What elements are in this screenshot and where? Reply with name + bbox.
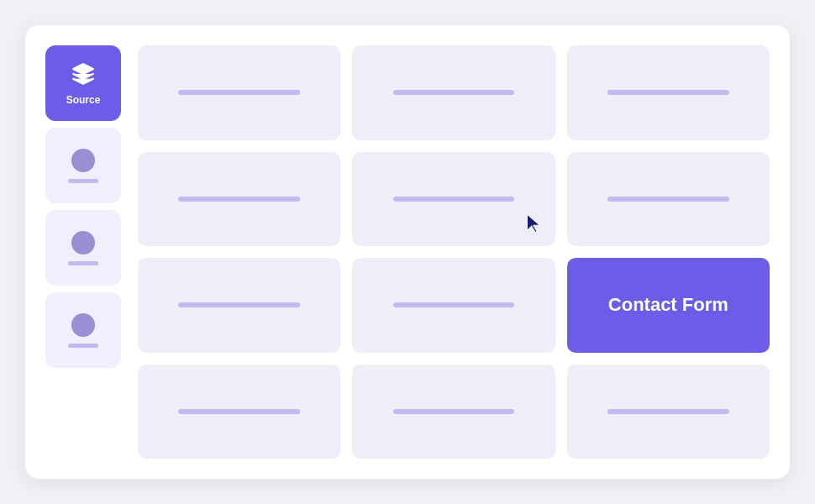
- card-bar: [178, 302, 300, 307]
- contact-form-card[interactable]: Contact Form: [567, 258, 770, 353]
- contact-form-label: Contact Form: [608, 294, 728, 316]
- avatar-bar-2: [68, 261, 98, 265]
- card-bar: [607, 409, 729, 414]
- card-bar: [607, 197, 729, 202]
- sidebar-item-user1[interactable]: [45, 128, 121, 203]
- card-bar: [393, 302, 515, 307]
- grid-card-4-1[interactable]: [138, 365, 340, 459]
- avatar-circle-2: [71, 231, 95, 255]
- avatar-bar-1: [68, 179, 98, 183]
- grid-card-1-2[interactable]: [352, 45, 555, 140]
- card-bar: [393, 197, 515, 202]
- app-container: Source: [25, 25, 790, 479]
- grid-card-2-1[interactable]: [138, 152, 340, 247]
- grid-card-2-3[interactable]: [567, 152, 770, 247]
- grid-card-1-3[interactable]: [567, 45, 770, 140]
- card-bar: [178, 409, 300, 414]
- avatar-bar-3: [68, 344, 98, 348]
- avatar-circle-1: [71, 149, 95, 172]
- sidebar-item-user2[interactable]: [45, 210, 121, 286]
- card-bar: [178, 197, 300, 202]
- sidebar-item-source[interactable]: Source: [45, 45, 121, 121]
- card-bar: [607, 90, 729, 95]
- sidebar: Source: [45, 45, 121, 459]
- sidebar-item-user3[interactable]: [45, 292, 121, 368]
- grid-card-1-1[interactable]: [138, 45, 340, 140]
- grid-card-4-2[interactable]: [352, 365, 555, 459]
- sidebar-source-label: Source: [66, 94, 101, 106]
- layers-icon: [70, 60, 97, 87]
- card-bar: [393, 409, 515, 414]
- grid-card-2-2[interactable]: [352, 152, 555, 247]
- card-grid: Contact Form: [138, 45, 770, 459]
- cursor-icon: [525, 213, 544, 234]
- card-bar: [178, 90, 300, 95]
- avatar-circle-3: [71, 313, 95, 337]
- grid-card-4-3[interactable]: [567, 365, 770, 459]
- card-bar: [393, 90, 515, 95]
- grid-card-3-2[interactable]: [352, 258, 555, 353]
- grid-card-3-1[interactable]: [138, 258, 340, 353]
